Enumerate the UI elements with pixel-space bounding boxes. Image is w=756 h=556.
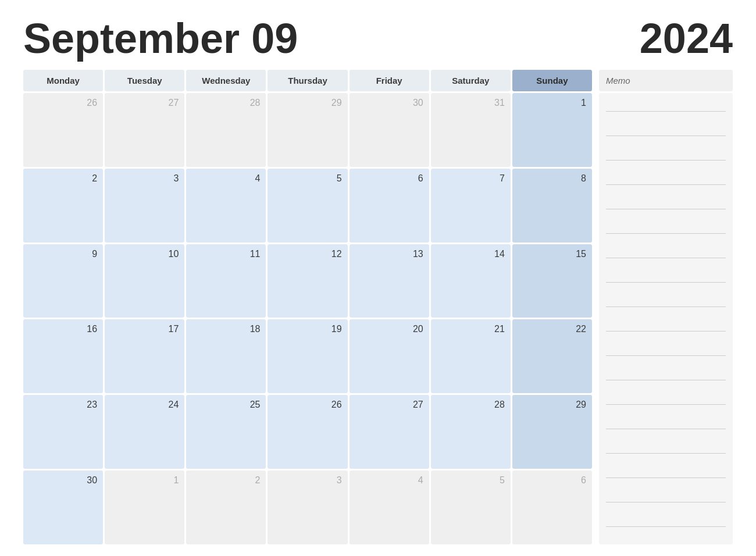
day-cell-16-week4[interactable]: 16 — [23, 319, 103, 393]
memo-line-1 — [606, 111, 726, 112]
week-row-3: 9101112131415 — [23, 244, 592, 318]
day-cell-1-week1[interactable]: 1 — [512, 93, 592, 167]
day-cell-20-week4[interactable]: 20 — [350, 319, 429, 393]
memo-panel: Memo — [599, 70, 733, 544]
memo-title: Memo — [599, 70, 733, 91]
day-cell-21-week4[interactable]: 21 — [431, 319, 511, 393]
day-cell-28-week5[interactable]: 28 — [431, 395, 511, 469]
day-cell-30-week6[interactable]: 30 — [23, 471, 103, 544]
day-cell-6-week2[interactable]: 6 — [350, 169, 429, 243]
memo-line-5 — [606, 209, 726, 209]
day-number: 15 — [518, 249, 586, 259]
memo-line-17 — [606, 502, 726, 502]
memo-lines — [599, 93, 733, 544]
week-row-1: 2627282930311 — [23, 93, 592, 167]
day-number: 12 — [273, 249, 341, 259]
day-cell-26-week5[interactable]: 26 — [268, 395, 347, 469]
day-number: 29 — [518, 400, 586, 410]
day-number: 4 — [192, 173, 260, 184]
day-number: 18 — [192, 324, 260, 334]
week-row-5: 23242526272829 — [23, 395, 592, 469]
calendar-header: September 09 2024 — [23, 17, 733, 59]
day-number: 2 — [29, 173, 97, 184]
day-number: 6 — [518, 475, 586, 486]
day-cell-13-week3[interactable]: 13 — [350, 244, 429, 318]
day-cell-14-week3[interactable]: 14 — [431, 244, 511, 318]
day-cell-24-week5[interactable]: 24 — [105, 395, 184, 469]
day-number: 30 — [29, 475, 97, 486]
day-cell-10-week3[interactable]: 10 — [105, 244, 184, 318]
memo-line-14 — [606, 429, 726, 429]
day-cell-18-week4[interactable]: 18 — [186, 319, 266, 393]
day-cell-31-week1[interactable]: 31 — [431, 93, 511, 167]
memo-line-11 — [606, 355, 726, 356]
header-wednesday: Wednesday — [186, 70, 266, 91]
week-row-4: 16171819202122 — [23, 319, 592, 393]
week-row-6: 30123456 — [23, 471, 592, 544]
memo-line-7 — [606, 258, 726, 258]
weeks-grid: 2627282930311234567891011121314151617181… — [23, 93, 592, 544]
day-number: 26 — [29, 98, 97, 108]
day-number: 19 — [273, 324, 341, 334]
day-cell-27-week1[interactable]: 27 — [105, 93, 184, 167]
day-cell-6-week6[interactable]: 6 — [512, 471, 592, 544]
header-monday: Monday — [23, 70, 103, 91]
day-number: 27 — [110, 98, 179, 108]
memo-line-12 — [606, 380, 726, 380]
day-number: 26 — [273, 400, 341, 410]
day-number: 31 — [437, 98, 505, 108]
day-cell-17-week4[interactable]: 17 — [105, 319, 184, 393]
day-cell-27-week5[interactable]: 27 — [350, 395, 429, 469]
day-number: 21 — [437, 324, 505, 334]
header-saturday: Saturday — [431, 70, 511, 91]
day-cell-5-week2[interactable]: 5 — [268, 169, 347, 243]
day-cell-8-week2[interactable]: 8 — [512, 169, 592, 243]
day-cell-12-week3[interactable]: 12 — [268, 244, 347, 318]
day-number: 27 — [355, 400, 423, 410]
day-cell-28-week1[interactable]: 28 — [186, 93, 266, 167]
memo-line-2 — [606, 136, 726, 136]
day-cell-29-week1[interactable]: 29 — [268, 93, 347, 167]
day-number: 25 — [192, 400, 260, 410]
day-number: 1 — [518, 98, 586, 108]
day-cell-5-week6[interactable]: 5 — [431, 471, 511, 544]
day-cell-7-week2[interactable]: 7 — [431, 169, 511, 243]
day-cell-15-week3[interactable]: 15 — [512, 244, 592, 318]
day-cell-19-week4[interactable]: 19 — [268, 319, 347, 393]
day-number: 17 — [110, 324, 179, 334]
week-row-2: 2345678 — [23, 169, 592, 243]
day-cell-2-week2[interactable]: 2 — [23, 169, 103, 243]
day-number: 30 — [355, 98, 423, 108]
day-number: 10 — [110, 249, 179, 259]
day-cell-9-week3[interactable]: 9 — [23, 244, 103, 318]
day-cell-3-week2[interactable]: 3 — [105, 169, 184, 243]
memo-line-4 — [606, 184, 726, 185]
day-cell-22-week4[interactable]: 22 — [512, 319, 592, 393]
day-cell-4-week2[interactable]: 4 — [186, 169, 266, 243]
memo-line-18 — [606, 526, 726, 527]
day-number: 3 — [273, 475, 341, 486]
calendar-container: Monday Tuesday Wednesday Thursday Friday… — [23, 70, 733, 544]
day-cell-3-week6[interactable]: 3 — [268, 471, 347, 544]
day-cell-4-week6[interactable]: 4 — [350, 471, 429, 544]
day-headers: Monday Tuesday Wednesday Thursday Friday… — [23, 70, 592, 91]
day-cell-23-week5[interactable]: 23 — [23, 395, 103, 469]
day-cell-26-week1[interactable]: 26 — [23, 93, 103, 167]
memo-line-15 — [606, 453, 726, 454]
day-number: 5 — [273, 173, 341, 184]
day-number: 24 — [110, 400, 179, 410]
day-number: 3 — [110, 173, 179, 184]
day-cell-2-week6[interactable]: 2 — [186, 471, 266, 544]
day-cell-30-week1[interactable]: 30 — [350, 93, 429, 167]
day-cell-29-week5[interactable]: 29 — [512, 395, 592, 469]
day-cell-25-week5[interactable]: 25 — [186, 395, 266, 469]
day-number: 29 — [273, 98, 341, 108]
day-number: 7 — [437, 173, 505, 184]
header-friday: Friday — [350, 70, 429, 91]
day-cell-1-week6[interactable]: 1 — [105, 471, 184, 544]
day-number: 28 — [192, 98, 260, 108]
day-number: 9 — [29, 249, 97, 259]
day-cell-11-week3[interactable]: 11 — [186, 244, 266, 318]
day-number: 20 — [355, 324, 423, 334]
memo-line-10 — [606, 331, 726, 332]
